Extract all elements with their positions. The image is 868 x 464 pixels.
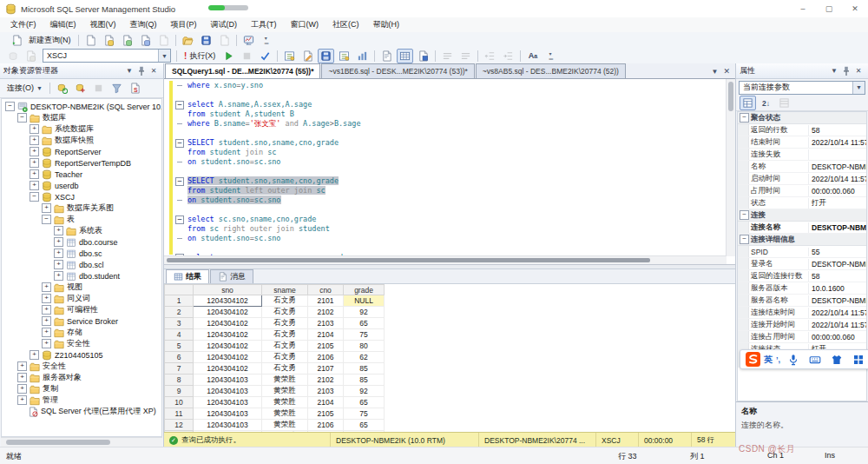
property-section[interactable]: −聚合状态 xyxy=(738,112,866,124)
expand-icon[interactable]: + xyxy=(17,373,27,382)
expand-icon[interactable]: + xyxy=(17,395,27,405)
table-row[interactable]: 21204304102石文勇210292 xyxy=(165,307,385,318)
edit-in-designer-icon[interactable] xyxy=(318,49,334,63)
expand-icon[interactable]: + xyxy=(42,316,51,326)
cell-cno[interactable]: 2107 xyxy=(308,431,344,433)
row-number[interactable]: 9 xyxy=(165,386,194,397)
tree-item[interactable]: +安全性 xyxy=(2,361,161,372)
menu-item[interactable]: 查询(Q) xyxy=(123,17,164,32)
cell-cno[interactable]: 2105 xyxy=(308,341,344,352)
fold-collapse-icon[interactable]: − xyxy=(175,177,184,186)
collapse-icon[interactable]: − xyxy=(5,102,15,111)
sql-code-editor[interactable]: where x.sno=y.sno−select A.sname,A.ssex,… xyxy=(164,79,735,265)
query-designer-icon[interactable] xyxy=(299,49,316,63)
toolbox-icon[interactable] xyxy=(850,352,866,367)
toolbar-overflow-icon[interactable]: ▾▁ xyxy=(259,33,275,48)
fold-collapse-icon[interactable]: − xyxy=(175,101,184,109)
pin-icon[interactable] xyxy=(135,65,148,77)
property-row[interactable]: 状态打开 xyxy=(738,197,866,209)
pin-icon[interactable] xyxy=(840,65,852,77)
column-header-sname[interactable]: sname xyxy=(262,285,308,295)
property-row[interactable]: 名称DESKTOP-NBME2IK xyxy=(738,161,866,173)
cell-cno[interactable]: 2104 xyxy=(308,397,344,408)
menu-item[interactable]: 视图(V) xyxy=(83,17,123,32)
results-to-grid-icon[interactable] xyxy=(397,49,413,63)
collapse-icon[interactable]: − xyxy=(17,113,27,123)
property-section[interactable]: −连接 xyxy=(738,209,866,222)
cell-cno[interactable]: 2105 xyxy=(308,408,344,420)
cell-sname[interactable]: 黄荣胜 xyxy=(262,397,308,408)
disconnect-icon[interactable] xyxy=(72,81,89,96)
tree-item[interactable]: +服务器对象 xyxy=(2,372,161,383)
cell-sname[interactable]: 石文勇 xyxy=(262,295,308,307)
cell-grade[interactable]: 65 xyxy=(344,420,385,431)
property-row[interactable]: 连接开始时间2022/10/14 11:57:23 xyxy=(738,319,866,331)
tree-item[interactable]: +Teacher xyxy=(2,169,161,180)
script-icon[interactable]: S xyxy=(127,81,143,96)
tree-item[interactable]: +dbo.sc xyxy=(2,248,161,259)
maximize-button[interactable]: ▢ xyxy=(816,0,842,17)
filter-icon[interactable] xyxy=(108,81,125,96)
tree-item[interactable]: +视图 xyxy=(2,282,161,293)
tree-item[interactable]: −XSCJ xyxy=(2,191,161,202)
combo-dropdown-icon[interactable]: ▼ xyxy=(158,50,170,62)
cell-cno[interactable]: 2103 xyxy=(308,318,344,329)
save-icon[interactable] xyxy=(198,33,214,48)
xmla-query-icon[interactable] xyxy=(137,33,154,48)
connect-button[interactable]: 连接(O) ▼ xyxy=(3,82,47,95)
results-to-text-icon[interactable] xyxy=(378,49,395,63)
ime-toolbar[interactable]: 英 ’, xyxy=(740,349,868,369)
cell-grade[interactable]: 92 xyxy=(344,307,385,318)
expand-icon[interactable]: + xyxy=(42,282,51,292)
tree-item[interactable]: −DESKTOP-NBME2IK (SQL Server 10.0.160 xyxy=(2,101,161,112)
cell-cno[interactable]: 2102 xyxy=(308,307,344,318)
property-row[interactable]: 连接名称DESKTOP-NBME2IK xyxy=(738,222,866,234)
column-header-sno[interactable]: sno xyxy=(194,285,262,295)
new-document-icon[interactable] xyxy=(82,33,99,48)
table-row[interactable]: 111204304103黄荣胜210575 xyxy=(165,408,385,420)
table-row[interactable]: 71204304102石文勇210785 xyxy=(165,363,385,375)
tree-item[interactable]: −表 xyxy=(2,214,161,225)
tab-list-icon[interactable]: ▼ xyxy=(712,68,719,76)
combo-dropdown-icon[interactable]: ▼ xyxy=(852,82,865,94)
tab-results[interactable]: 结果 xyxy=(166,269,209,283)
expand-icon[interactable]: + xyxy=(30,147,39,156)
expand-icon[interactable]: + xyxy=(30,169,39,179)
menu-item[interactable]: 调试(D) xyxy=(204,17,245,32)
tree-item[interactable]: +Z2104405105 xyxy=(2,349,161,361)
tree-item[interactable]: +dbo.course xyxy=(2,236,161,248)
code-line[interactable] xyxy=(164,90,727,100)
stop-icon[interactable] xyxy=(239,49,255,63)
table-row[interactable]: 101204304103黄荣胜210465 xyxy=(165,397,385,408)
tree-item[interactable]: +管理 xyxy=(2,394,161,406)
document-tab[interactable]: ~vs1BE6.sql - DESK...ME2IK\20774 (53))* xyxy=(321,63,474,78)
include-actual-plan-icon[interactable] xyxy=(336,49,352,63)
cell-grade[interactable]: 65 xyxy=(344,318,385,329)
menu-item[interactable]: 工具(T) xyxy=(244,17,284,32)
cell-sno[interactable]: 1204304103 xyxy=(194,386,262,397)
tree-item[interactable]: +存储 xyxy=(2,327,161,338)
code-line[interactable]: −select A.sname,A.ssex,A.sage xyxy=(164,100,727,109)
cell-sname[interactable]: 黄荣胜 xyxy=(262,408,308,420)
code-line[interactable]: from sc right outer join student xyxy=(164,224,727,234)
table-row[interactable]: 41204304102石文勇210475 xyxy=(165,329,385,341)
close-document-icon[interactable]: ✕ xyxy=(723,67,730,76)
uncomment-icon[interactable] xyxy=(457,49,474,63)
window-position-icon[interactable]: ▼ xyxy=(828,67,840,75)
tree-item[interactable]: SQL Server 代理(已禁用代理 XP) xyxy=(2,406,161,417)
expand-icon[interactable]: + xyxy=(17,384,27,394)
open-file-icon[interactable] xyxy=(180,33,196,48)
editor-vscrollbar[interactable] xyxy=(726,79,735,256)
property-row[interactable]: 服务器版本10.0.1600 xyxy=(738,282,866,295)
collapse-icon[interactable]: − xyxy=(740,113,749,123)
table-row[interactable]: 61204304102石文勇210662 xyxy=(165,352,385,363)
cell-grade[interactable]: 92 xyxy=(344,386,385,397)
expand-icon[interactable]: + xyxy=(30,158,39,168)
expand-icon[interactable]: + xyxy=(54,260,63,269)
code-line[interactable]: −select sc.sno,sname,cno,grade xyxy=(164,215,727,224)
property-row[interactable]: 占用时间00:00:00.060 xyxy=(738,185,866,197)
expand-icon[interactable]: + xyxy=(30,136,39,145)
row-number[interactable]: 8 xyxy=(165,375,194,386)
results-to-file-icon[interactable] xyxy=(415,49,431,63)
editor-hscrollbar[interactable] xyxy=(164,255,727,264)
